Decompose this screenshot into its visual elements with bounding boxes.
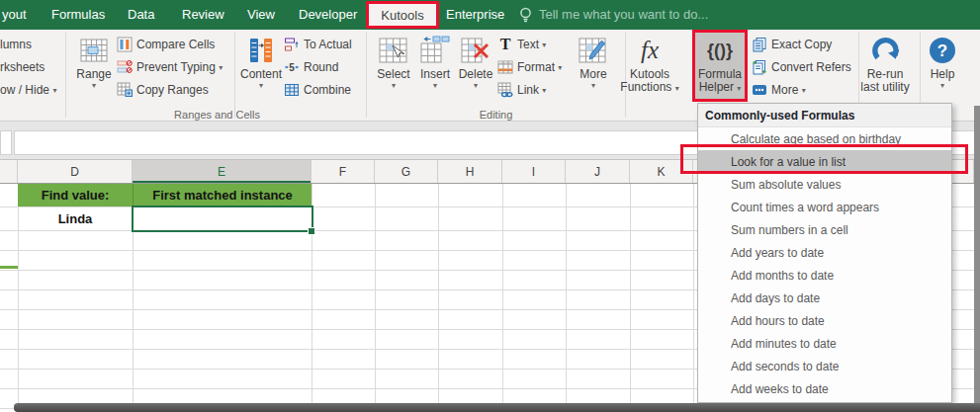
menu-section-header: Commonly-used Formulas: [698, 104, 951, 127]
range-button[interactable]: Range ▾: [66, 32, 122, 103]
dropdown-arrow-icon: ▾: [92, 81, 96, 90]
compare-cells-label: Compare Cells: [136, 38, 215, 51]
link-button[interactable]: Link ▾: [497, 81, 546, 99]
menu-item-add-seconds-to-date[interactable]: Add seconds to date: [698, 355, 951, 377]
fill-handle[interactable]: [308, 227, 315, 235]
delete-button[interactable]: Delete ▾: [447, 32, 504, 103]
more-grid-pencil-icon: [578, 32, 609, 68]
tab-view[interactable]: View: [247, 7, 275, 22]
round-button[interactable]: 5 Round: [284, 58, 338, 76]
prevent-typing-button[interactable]: Prevent Typing ▾: [117, 58, 223, 76]
menu-item-calculate-age[interactable]: Calculate age based on birthday: [698, 127, 951, 150]
menu-item-sum-numbers-in-cell[interactable]: Sum numbers in a cell: [698, 218, 951, 241]
dropdown-arrow-icon: ▾: [52, 86, 56, 95]
more-small-label: More: [771, 83, 798, 97]
combine-icon: [284, 82, 300, 98]
column-header-g[interactable]: G: [375, 160, 438, 183]
formula-helper-dropdown-menu: Commonly-used Formulas Calculate age bas…: [697, 103, 952, 403]
clipped-columns-button[interactable]: lumns: [0, 36, 32, 53]
rerun-last-utility-button[interactable]: Re-run last utility: [852, 32, 918, 103]
content-columns-icon: [245, 32, 277, 68]
window-right-edge: [974, 106, 980, 412]
delete-label: Delete: [459, 68, 493, 81]
cell-d2[interactable]: Linda: [18, 206, 133, 230]
combine-button[interactable]: Combine: [284, 81, 351, 99]
menu-item-sum-absolute-values[interactable]: Sum absolute values: [698, 173, 951, 196]
formula-helper-button[interactable]: {()} Formula Helper ▾: [692, 30, 748, 102]
column-header-i[interactable]: I: [502, 160, 566, 183]
column-header-h[interactable]: H: [438, 160, 502, 183]
menu-item-add-days-to-date[interactable]: Add days to date: [698, 287, 951, 309]
tab-kutools-label: Kutools: [381, 8, 423, 23]
content-label: Content: [240, 68, 282, 81]
tab-data[interactable]: Data: [128, 7, 154, 22]
cell-d1[interactable]: Find value:: [18, 184, 133, 206]
to-actual-button[interactable]: To Actual: [284, 36, 352, 53]
combine-label: Combine: [304, 83, 351, 97]
to-actual-icon: [284, 37, 300, 52]
clipped-show-hide-label: ow / Hide: [0, 83, 49, 97]
column-header-f[interactable]: F: [312, 160, 375, 183]
tell-me-box[interactable]: Tell me what you want to do...: [539, 7, 708, 22]
rerun-arrow-icon: [868, 32, 902, 68]
dropdown-arrow-icon: ▾: [219, 63, 223, 72]
clipped-worksheets-button[interactable]: rksheets: [0, 58, 45, 76]
dropdown-arrow-icon: ▾: [940, 81, 944, 90]
more-editing-button[interactable]: More ▾: [566, 32, 621, 103]
kutools-functions-button[interactable]: fx Kutools Functions ▾: [615, 32, 684, 103]
link-label: Link: [517, 83, 539, 97]
help-question-icon: ?: [927, 32, 958, 68]
column-header-c-clipped[interactable]: [0, 160, 18, 183]
dropdown-arrow-icon: ▾: [558, 63, 562, 72]
tab-layout-clipped[interactable]: yout: [2, 7, 27, 22]
tab-kutools-active[interactable]: Kutools: [366, 1, 439, 29]
compare-cells-button[interactable]: Compare Cells: [117, 36, 215, 53]
tab-formulas[interactable]: Formulas: [51, 7, 105, 22]
insert-label: Insert: [420, 68, 450, 81]
menu-item-add-weeks-to-date[interactable]: Add weeks to date: [698, 377, 951, 400]
help-button[interactable]: ? Help ▾: [916, 32, 969, 103]
column-header-partial-right[interactable]: [953, 160, 974, 183]
more-small-button[interactable]: More ▾: [752, 81, 806, 99]
dropdown-arrow-icon: ▾: [433, 81, 437, 90]
column-header-e-selected[interactable]: E: [133, 160, 312, 183]
kutools-functions-label-2: Functions ▾: [620, 81, 678, 94]
menu-item-add-months-to-date[interactable]: Add months to date: [698, 264, 951, 287]
menu-item-look-for-value-in-list[interactable]: Look for a value in list: [698, 150, 951, 173]
menu-item-add-hours-to-date[interactable]: Add hours to date: [698, 309, 951, 332]
menu-item-add-years-to-date[interactable]: Add years to date: [698, 241, 951, 264]
dropdown-arrow-icon: ▾: [802, 86, 806, 95]
select-grid-cursor-icon: [378, 32, 409, 68]
name-box[interactable]: [0, 130, 12, 155]
exact-copy-button[interactable]: Exact Copy: [752, 36, 832, 53]
excel-window: yout Formulas Data Review View Developer…: [0, 0, 980, 412]
cell-e1[interactable]: First matched instance: [134, 184, 312, 206]
round-icon: 5: [284, 59, 300, 75]
menu-item-add-minutes-to-date[interactable]: Add minutes to date: [698, 332, 951, 355]
dropdown-arrow-icon: ▾: [392, 81, 396, 90]
compare-cells-icon: [117, 37, 133, 52]
convert-refers-button[interactable]: Convert Refers: [752, 58, 851, 76]
column-header-j[interactable]: J: [566, 160, 630, 183]
format-button[interactable]: Format ▾: [497, 58, 562, 76]
tab-enterprise[interactable]: Enterprise: [446, 7, 504, 22]
content-button[interactable]: Content ▾: [233, 32, 289, 103]
menu-item-count-times-word-appears[interactable]: Count times a word appears: [698, 196, 951, 218]
dropdown-arrow-icon: ▾: [542, 86, 546, 95]
tab-review[interactable]: Review: [182, 7, 224, 22]
clipped-columns-label: lumns: [0, 38, 32, 51]
formula-helper-braces-icon: {()}: [707, 33, 733, 68]
group-label-editing: Editing: [367, 109, 625, 123]
formula-helper-label-2: Helper ▾: [699, 81, 742, 94]
column-header-d[interactable]: D: [18, 160, 133, 183]
text-button[interactable]: T Text ▾: [497, 36, 546, 53]
help-label: Help: [931, 68, 955, 81]
column-header-k[interactable]: K: [630, 160, 693, 183]
text-T-icon: T: [497, 36, 513, 53]
clipped-show-hide-button[interactable]: ow / Hide ▾: [0, 81, 56, 99]
tab-developer[interactable]: Developer: [299, 7, 357, 22]
cell-e2-selected[interactable]: [132, 206, 313, 232]
copy-ranges-button[interactable]: Copy Ranges: [117, 81, 209, 99]
convert-refers-label: Convert Refers: [771, 60, 851, 74]
fx-icon: fx: [641, 32, 659, 68]
